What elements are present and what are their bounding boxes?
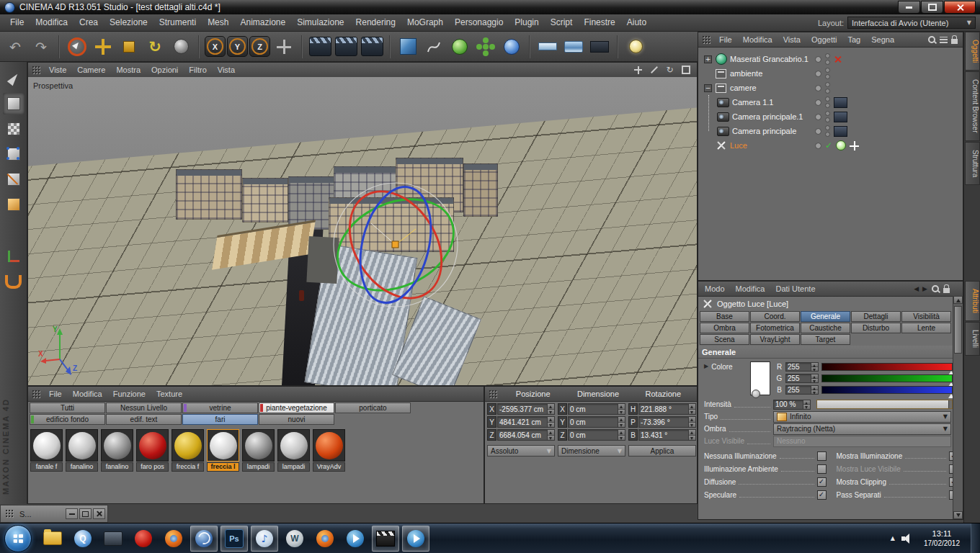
material-item[interactable]: faro pos (136, 429, 170, 472)
collapse-icon[interactable]: − (704, 84, 712, 92)
zoom-view-button[interactable] (648, 65, 660, 76)
camera-tag-icon[interactable] (834, 97, 847, 108)
object-row-camere[interactable]: − camere (698, 81, 963, 95)
texture-mode-button[interactable] (3, 118, 24, 140)
layer-nuovi[interactable]: nuovi (259, 414, 334, 425)
enabled-check-icon[interactable]: ✓ (825, 141, 832, 150)
dimension-y-field[interactable]: 0 cm (568, 416, 625, 428)
show-desktop-button[interactable] (971, 523, 980, 553)
layer-fari[interactable]: fari (182, 414, 258, 425)
move-tool-button[interactable] (91, 34, 115, 60)
dimension-z-field[interactable]: 0 cm (568, 429, 625, 441)
viewport-menu-filtro[interactable]: Filtro (184, 66, 211, 74)
render-view-button[interactable] (308, 34, 332, 60)
spinner[interactable] (547, 430, 554, 440)
tab-lente[interactable]: Lente (901, 323, 951, 333)
position-z-field[interactable]: 6684.054 cm (497, 429, 555, 441)
lock-icon[interactable] (943, 288, 950, 293)
minimize-button[interactable] (898, 1, 920, 14)
add-light-button[interactable] (623, 34, 648, 60)
dimension-dropdown[interactable]: Dimensione▼ (558, 445, 625, 457)
check-nessuna-illuminazione[interactable]: Nessuna Illuminazione (704, 449, 827, 462)
menu-modifica[interactable]: Modifica (30, 14, 74, 31)
rotation-p-field[interactable]: -73.396 ° (638, 416, 696, 428)
om-menu-tag[interactable]: Tag (842, 35, 865, 44)
tab-base[interactable]: Base (700, 311, 749, 322)
menu-animazione[interactable]: Animazione (234, 14, 291, 31)
tab-caustiche[interactable]: Caustiche (801, 323, 850, 333)
material-item[interactable]: fanale f (30, 429, 64, 472)
checkbox[interactable] (817, 451, 827, 461)
visibility-dot-icon[interactable] (815, 99, 821, 106)
add-modeling-button[interactable] (473, 34, 498, 60)
points-mode-button[interactable] (3, 143, 24, 165)
spinner[interactable] (803, 400, 810, 409)
om-menu-vista[interactable]: Vista (778, 35, 806, 44)
rotation-gizmo[interactable] (315, 179, 481, 315)
blue-slider[interactable] (821, 386, 953, 394)
spinner[interactable] (618, 417, 625, 427)
layer-edif-text[interactable]: edif. text (106, 414, 182, 425)
panel-grip-icon[interactable] (32, 66, 41, 75)
volume-icon[interactable] (901, 534, 913, 544)
last-tool-button[interactable] (169, 34, 193, 60)
polygons-mode-button[interactable] (3, 194, 24, 215)
camera-tag-icon[interactable] (834, 126, 847, 137)
nav-back-icon[interactable]: ◀ (914, 285, 919, 292)
check-mostra-illuminazione[interactable]: Mostra Illuminazione✓ (837, 449, 959, 462)
tab-attributi[interactable]: Attributi (965, 281, 980, 321)
add-floor-button[interactable] (535, 34, 560, 60)
intensity-field[interactable]: 100 % (773, 400, 811, 410)
menu-crea[interactable]: Crea (74, 14, 104, 31)
tab-content-browser[interactable]: Content Browser (965, 71, 980, 140)
check-diffusione[interactable]: Diffusione✓ (704, 475, 827, 488)
position-x-field[interactable]: -2595.377 cm (497, 403, 555, 415)
taskbar-moviemaker-button[interactable] (372, 526, 399, 552)
menu-rendering[interactable]: Rendering (350, 14, 401, 31)
tab-dettagli[interactable]: Dettagli (851, 311, 901, 322)
taskbar-itunes2-button[interactable] (402, 526, 429, 552)
model-mode-button[interactable] (3, 93, 24, 114)
panel-grip-icon[interactable] (702, 35, 711, 45)
tab-livelli[interactable]: Livelli (965, 322, 980, 356)
om-menu-file[interactable]: File (714, 35, 737, 44)
menu-strumenti[interactable]: Strumenti (153, 14, 202, 31)
tab-scena[interactable]: Scena (700, 334, 749, 345)
apply-button[interactable]: Applica (628, 445, 696, 457)
intensity-slider[interactable] (816, 400, 953, 409)
tab-generale-active[interactable]: Generale (801, 311, 850, 322)
viewport-menu-opzioni[interactable]: Opzioni (146, 66, 183, 74)
scrollbar-thumb[interactable] (954, 306, 962, 354)
visibility-dot-icon[interactable] (815, 128, 821, 135)
green-value-field[interactable]: 255 (785, 374, 819, 383)
expander-triangle-icon[interactable]: ▶ (704, 363, 708, 369)
tab-visibilita[interactable]: Visibilità (901, 311, 951, 322)
checkbox[interactable]: ✓ (817, 490, 827, 500)
menu-mograph[interactable]: MoGraph (401, 14, 449, 31)
rotate-view-button[interactable]: ↻ (664, 65, 676, 76)
color-mode-button[interactable] (752, 390, 760, 398)
live-selection-button[interactable] (65, 34, 89, 60)
render-dots-icon[interactable] (825, 111, 830, 122)
viewport-canvas[interactable]: Prospettiva (28, 77, 697, 385)
taskbar-quicktime-button[interactable]: Q (69, 526, 97, 552)
blue-value-field[interactable]: 255 (785, 385, 819, 395)
material-item[interactable]: fanalino (66, 429, 99, 472)
render-picture-viewer-button[interactable] (334, 34, 358, 60)
scroll-up-icon[interactable] (953, 296, 963, 304)
material-menu-funzione[interactable]: Funzione (108, 390, 151, 398)
spinner[interactable] (547, 417, 554, 427)
check-mostra-luce-visibile[interactable]: Mostra Luce Visibile (837, 462, 959, 475)
titlebar[interactable]: CINEMA 4D R13.051 Studio - [test dettagl… (0, 0, 980, 14)
visibility-dot-icon[interactable] (815, 114, 821, 120)
taskbar-wordpress-button[interactable]: W (281, 526, 308, 552)
close-panel-button[interactable] (93, 508, 105, 519)
taskbar-cinema4d-button[interactable] (190, 526, 218, 552)
dimension-x-field[interactable]: 0 cm (568, 403, 625, 415)
spinner[interactable] (811, 363, 818, 371)
light-tag-icon[interactable] (836, 140, 846, 150)
shadow-dropdown[interactable]: Raytracing (Netta)▼ (773, 423, 951, 435)
check-speculare[interactable]: Speculare✓ (704, 488, 827, 501)
rotation-h-field[interactable]: 221.888 ° (638, 403, 696, 415)
spinner[interactable] (688, 430, 695, 440)
